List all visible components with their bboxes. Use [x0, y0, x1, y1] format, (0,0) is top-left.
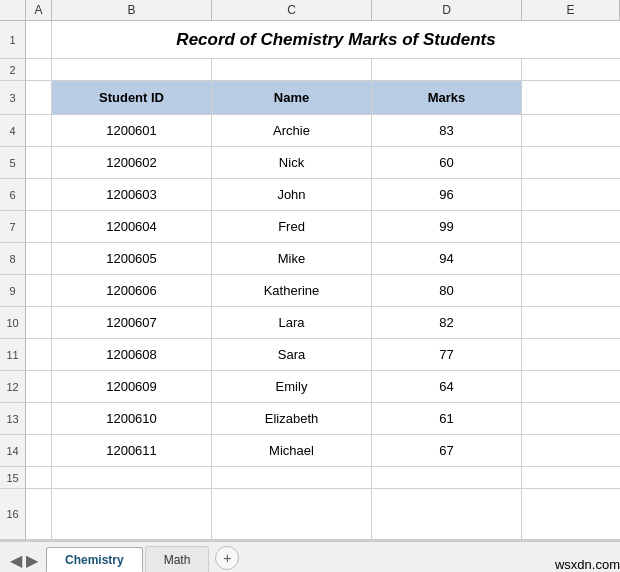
cell-e7[interactable]	[522, 211, 620, 242]
row-num-5: 5	[0, 147, 26, 178]
cell-a5[interactable]	[26, 147, 52, 178]
cell-a15[interactable]	[26, 467, 52, 488]
cell-id-13[interactable]: 1200610	[52, 403, 212, 434]
cell-e15[interactable]	[522, 467, 620, 488]
column-headers: A B C D E	[0, 0, 620, 21]
cell-a16[interactable]	[26, 489, 52, 539]
tab-nav[interactable]: ◀ ▶	[8, 551, 40, 570]
tab-chemistry[interactable]: Chemistry	[46, 547, 143, 572]
cell-name-7[interactable]: Fred	[212, 211, 372, 242]
cell-b2[interactable]	[52, 59, 212, 80]
cell-d15[interactable]	[372, 467, 522, 488]
cell-id-12[interactable]: 1200609	[52, 371, 212, 402]
cell-marks-11[interactable]: 77	[372, 339, 522, 370]
cell-a4[interactable]	[26, 115, 52, 146]
row-num-15: 15	[0, 467, 26, 488]
tab-add-button[interactable]: +	[215, 546, 239, 570]
cell-marks-12[interactable]: 64	[372, 371, 522, 402]
cell-id-9[interactable]: 1200606	[52, 275, 212, 306]
row-12: 12 1200609 Emily 64	[0, 371, 620, 403]
cell-e5[interactable]	[522, 147, 620, 178]
cell-c2[interactable]	[212, 59, 372, 80]
cell-name-13[interactable]: Elizabeth	[212, 403, 372, 434]
cell-marks-6[interactable]: 96	[372, 179, 522, 210]
cell-marks-10[interactable]: 82	[372, 307, 522, 338]
cell-a10[interactable]	[26, 307, 52, 338]
row-3: 3 Student ID Name Marks	[0, 81, 620, 115]
tab-nav-right[interactable]: ▶	[24, 551, 40, 570]
cell-e14[interactable]	[522, 435, 620, 466]
cell-id-5[interactable]: 1200602	[52, 147, 212, 178]
cell-e13[interactable]	[522, 403, 620, 434]
row-num-12: 12	[0, 371, 26, 402]
cell-marks-4[interactable]: 83	[372, 115, 522, 146]
cell-d2[interactable]	[372, 59, 522, 80]
tab-nav-left[interactable]: ◀	[8, 551, 24, 570]
cell-id-11[interactable]: 1200608	[52, 339, 212, 370]
cell-id-10[interactable]: 1200607	[52, 307, 212, 338]
cell-marks-14[interactable]: 67	[372, 435, 522, 466]
cell-a2[interactable]	[26, 59, 52, 80]
cell-a9[interactable]	[26, 275, 52, 306]
col-header-a: A	[26, 0, 52, 20]
cell-e11[interactable]	[522, 339, 620, 370]
row-7: 7 1200604 Fred 99	[0, 211, 620, 243]
cell-e10[interactable]	[522, 307, 620, 338]
cell-e2[interactable]	[522, 59, 620, 80]
cell-a7[interactable]	[26, 211, 52, 242]
cell-name-14[interactable]: Michael	[212, 435, 372, 466]
cell-name-9[interactable]: Katherine	[212, 275, 372, 306]
cell-marks-9[interactable]: 80	[372, 275, 522, 306]
col-header-d: D	[372, 0, 522, 20]
cell-a11[interactable]	[26, 339, 52, 370]
spreadsheet-title: Record of Chemistry Marks of Students	[58, 24, 614, 56]
cell-name-4[interactable]: Archie	[212, 115, 372, 146]
row-4: 4 1200601 Archie 83	[0, 115, 620, 147]
row-num-10: 10	[0, 307, 26, 338]
header-student-id: Student ID	[52, 81, 212, 114]
row-10: 10 1200607 Lara 82	[0, 307, 620, 339]
cell-id-6[interactable]: 1200603	[52, 179, 212, 210]
cell-a3[interactable]	[26, 81, 52, 114]
cell-c15[interactable]	[212, 467, 372, 488]
cell-name-5[interactable]: Nick	[212, 147, 372, 178]
cell-a14[interactable]	[26, 435, 52, 466]
row-1: 1 Record of Chemistry Marks of Students	[0, 21, 620, 59]
cell-marks-7[interactable]: 99	[372, 211, 522, 242]
row-11: 11 1200608 Sara 77	[0, 339, 620, 371]
cell-e16[interactable]	[522, 489, 620, 539]
row-num-3: 3	[0, 81, 26, 114]
cell-id-8[interactable]: 1200605	[52, 243, 212, 274]
cell-marks-5[interactable]: 60	[372, 147, 522, 178]
tab-math[interactable]: Math	[145, 546, 210, 572]
cell-e4[interactable]	[522, 115, 620, 146]
cell-a6[interactable]	[26, 179, 52, 210]
header-marks: Marks	[372, 81, 522, 114]
cell-id-7[interactable]: 1200604	[52, 211, 212, 242]
cell-id-14[interactable]: 1200611	[52, 435, 212, 466]
row-16: 16	[0, 489, 620, 540]
cell-b15[interactable]	[52, 467, 212, 488]
cell-e9[interactable]	[522, 275, 620, 306]
cell-marks-8[interactable]: 94	[372, 243, 522, 274]
cell-name-10[interactable]: Lara	[212, 307, 372, 338]
cell-a1[interactable]	[26, 21, 52, 58]
cell-a12[interactable]	[26, 371, 52, 402]
cell-e6[interactable]	[522, 179, 620, 210]
row-num-14: 14	[0, 435, 26, 466]
cell-e12[interactable]	[522, 371, 620, 402]
cell-e8[interactable]	[522, 243, 620, 274]
cell-e3[interactable]	[522, 81, 620, 114]
cell-marks-13[interactable]: 61	[372, 403, 522, 434]
cell-name-6[interactable]: John	[212, 179, 372, 210]
cell-id-4[interactable]: 1200601	[52, 115, 212, 146]
cell-d16[interactable]	[372, 489, 522, 539]
cell-c16[interactable]	[212, 489, 372, 539]
header-name: Name	[212, 81, 372, 114]
cell-name-12[interactable]: Emily	[212, 371, 372, 402]
cell-a13[interactable]	[26, 403, 52, 434]
cell-name-11[interactable]: Sara	[212, 339, 372, 370]
cell-name-8[interactable]: Mike	[212, 243, 372, 274]
cell-a8[interactable]	[26, 243, 52, 274]
cell-b16[interactable]	[52, 489, 212, 539]
